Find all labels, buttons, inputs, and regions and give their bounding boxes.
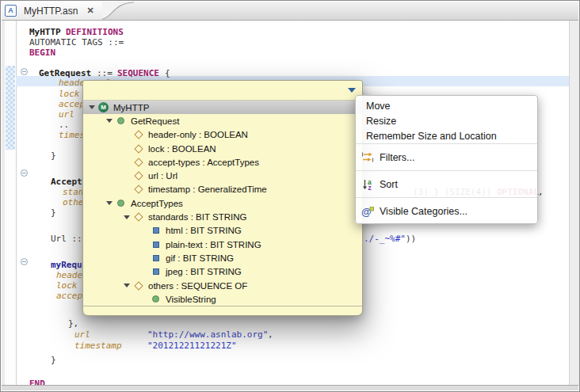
field-icon: [132, 173, 145, 179]
menu-item-sort[interactable]: azSort: [356, 171, 537, 197]
code-text: SEQUENCE: [117, 68, 159, 78]
bit-icon: [149, 268, 162, 275]
outline-item-label: lock : BOOLEAN: [148, 144, 216, 154]
code-text: BEGIN: [29, 48, 55, 58]
outline-item-label: html : BIT STRING: [166, 226, 242, 235]
expand-arrow-icon[interactable]: [86, 105, 97, 109]
menu-item-label: Resize: [366, 116, 396, 127]
outline-item-others-sequence-of[interactable]: others : SEQUENCE OF: [83, 279, 362, 292]
menu-item-label: Remember Size and Location: [366, 131, 497, 142]
expand-arrow-icon[interactable]: [121, 284, 132, 287]
outline-item-lock-boolean[interactable]: lock : BOOLEAN: [83, 142, 362, 155]
code-text: }: [51, 355, 56, 365]
type-icon: [114, 200, 128, 207]
outline-item-header-only-boolean[interactable]: header-only : BOOLEAN: [83, 128, 362, 142]
outline-item-label: header-only : BOOLEAN: [148, 130, 248, 139]
menu-item-label: Sort: [380, 179, 398, 190]
type-icon: [114, 117, 128, 124]
code-text: lock: [59, 89, 80, 99]
outline-item-label: url : Url: [148, 171, 177, 181]
code-text: timestamp: [74, 341, 122, 351]
outline-item-label: timestamp : GeneralizedTime: [148, 185, 267, 194]
expand-arrow-icon[interactable]: [121, 215, 132, 219]
bit-icon: [149, 255, 162, 261]
outline-item-jpeg-bit-string[interactable]: jpeg : BIT STRING: [83, 265, 362, 279]
outline-item-label: GetRequest: [131, 116, 179, 126]
window-bottom-border: [2, 385, 578, 390]
svg-text:z: z: [368, 184, 372, 190]
outline-item-label: MyHTTP: [113, 103, 149, 112]
code-text: url: [74, 329, 90, 340]
code-text: }: [51, 207, 56, 218]
code-text: )): [406, 234, 416, 244]
code-text: MyHTTP: [29, 27, 61, 37]
outline-tree: MMyHTTPGetRequestheader-only : BOOLEANlo…: [83, 101, 362, 306]
code-text: ..: [59, 120, 69, 130]
code-text: "20121221121221Z": [147, 341, 237, 351]
field-icon: [132, 186, 145, 192]
sort-icon: az: [361, 179, 375, 190]
categories-icon: @: [361, 206, 375, 217]
overview-ruler[interactable]: [569, 21, 580, 386]
bit-icon: [149, 227, 162, 234]
outline-item-label: gif : BIT STRING: [166, 253, 234, 263]
outline-item-label: jpeg : BIT STRING: [166, 267, 242, 276]
outline-item-accepttypes[interactable]: AcceptTypes: [83, 196, 362, 210]
outline-item-label: others : SEQUENCE OF: [148, 281, 247, 291]
filters-icon: [361, 152, 375, 162]
view-menu-button chevron-down-icon[interactable]: [348, 88, 356, 93]
popup-toolbar: [83, 81, 362, 101]
module-icon: M: [97, 102, 110, 112]
expand-arrow-icon[interactable]: [104, 119, 114, 123]
outline-item-getrequest[interactable]: GetRequest: [83, 114, 362, 127]
code-text: ,: [268, 329, 273, 340]
outline-item-label: accept-types : AcceptTypes: [148, 158, 259, 167]
menu-item-filters[interactable]: Filters...: [356, 144, 537, 170]
code-text: },: [68, 318, 78, 329]
code-text: lock: [56, 280, 78, 291]
code-text: AUTOMATIC TAGS ::=: [29, 37, 124, 48]
field-icon: [132, 159, 145, 166]
menu-item-label: Filters...: [380, 152, 414, 163]
field-icon: [132, 283, 145, 289]
outline-item-url-url[interactable]: url : Url: [83, 169, 362, 182]
context-menu: MoveResizeRemember Size and LocationFilt…: [355, 95, 538, 224]
code-text: ,: [538, 187, 544, 197]
bit-icon: [149, 242, 162, 248]
outline-item-myhttp[interactable]: MMyHTTP: [83, 101, 362, 114]
outline-item-html-bit-string[interactable]: html : BIT STRING: [83, 224, 362, 238]
quick-outline-popup: MMyHTTPGetRequestheader-only : BOOLEANlo…: [82, 80, 363, 316]
outline-item-label: standards : BIT STRING: [148, 212, 246, 222]
field-icon: [132, 131, 145, 138]
menu-item-move[interactable]: Move: [356, 98, 537, 113]
field-icon: [132, 146, 145, 152]
outline-item-label: plain-text : BIT STRING: [166, 240, 261, 249]
outline-item-timestamp-generalizedtime[interactable]: timestamp : GeneralizedTime: [83, 183, 362, 196]
menu-item-label: Move: [366, 101, 391, 112]
expand-arrow-icon[interactable]: [104, 201, 114, 205]
outline-item-label: VisibleString: [166, 295, 216, 304]
editor-window: A MyHTTP.asn ✕ MyHTTPDEFINITIONSAUTOMATI…: [0, 0, 580, 392]
menu-item-label: Visible Categories...: [380, 206, 467, 217]
menu-item-resize[interactable]: Resize: [356, 113, 537, 128]
popup-footer: [83, 306, 362, 315]
field-icon: [132, 214, 145, 220]
outline-item-label: AcceptTypes: [131, 199, 183, 208]
code-text: url: [59, 109, 74, 120]
outline-item-accept-types-accepttypes[interactable]: accept-types : AcceptTypes: [83, 155, 362, 169]
outline-item-standards-bit-string[interactable]: standards : BIT STRING: [83, 210, 362, 223]
code-text: ./-_~%#": [364, 234, 406, 244]
type-icon: [149, 295, 162, 303]
code-text: DEFINITIONS: [66, 27, 124, 37]
menu-item-remember-size-and-location[interactable]: Remember Size and Location: [356, 128, 537, 143]
code-text: "http://www.asnlab.org": [147, 329, 268, 340]
menu-item-visible-categories[interactable]: @Visible Categories...: [356, 198, 537, 224]
outline-item-visiblestring[interactable]: VisibleString: [83, 292, 362, 306]
outline-item-plain-text-bit-string[interactable]: plain-text : BIT STRING: [83, 238, 362, 251]
code-text: }: [51, 150, 56, 161]
code-text: {: [165, 68, 170, 78]
outline-item-gif-bit-string[interactable]: gif : BIT STRING: [83, 251, 362, 265]
